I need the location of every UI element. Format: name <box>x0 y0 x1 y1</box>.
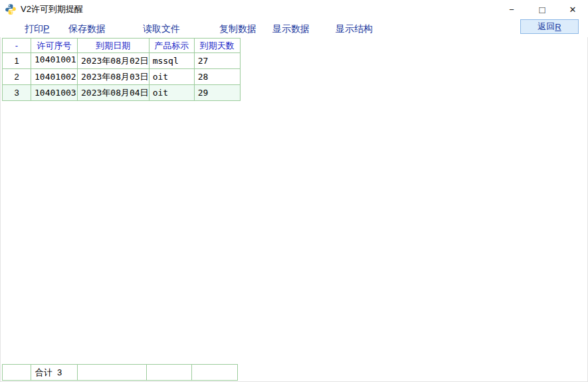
close-button[interactable]: ✕ <box>557 0 588 19</box>
row-number-cell[interactable]: 3 <box>3 85 31 101</box>
header-days[interactable]: 到期天数 <box>194 39 240 53</box>
date-cell[interactable]: 2023年08月02日 <box>78 53 149 69</box>
toolbar-item-print[interactable]: 打印P <box>25 23 49 35</box>
days-cell[interactable]: 28 <box>194 69 240 85</box>
date-cell[interactable]: 2023年08月04日 <box>78 85 149 101</box>
header-corner-cell[interactable]: - <box>3 39 31 53</box>
product-cell[interactable]: oit <box>149 69 194 85</box>
table-row: 1 10401001 2023年08月02日 mssql 27 <box>3 53 241 69</box>
toolbar-item-show-structure[interactable]: 显示结构 <box>336 23 373 35</box>
window-title: V2许可到期提醒 <box>21 0 83 19</box>
date-cell[interactable]: 2023年08月03日 <box>78 69 149 85</box>
row-number-cell[interactable]: 1 <box>3 53 31 69</box>
row-number-cell[interactable]: 2 <box>3 69 31 85</box>
header-license[interactable]: 许可序号 <box>31 39 78 53</box>
total-label: 合计 <box>35 367 52 377</box>
empty-footer-cell <box>147 365 192 381</box>
product-cell[interactable]: mssql <box>149 53 194 69</box>
license-cell[interactable]: 10401003 <box>31 85 78 101</box>
python-logo-icon <box>5 3 17 15</box>
days-cell[interactable]: 29 <box>194 85 240 101</box>
app-window: { "window": { "title": "V2许可到期提醒" }, "co… <box>0 0 588 382</box>
table-row: 2 10401002 2023年08月03日 oit 28 <box>3 69 241 85</box>
total-value: 3 <box>57 367 62 377</box>
return-button[interactable]: 返回R <box>520 19 579 34</box>
toolbar: 打印P 保存数据 读取文件 复制数据 显示数据 显示结构 返回R <box>0 19 588 37</box>
toolbar-item-show-data[interactable]: 显示数据 <box>272 23 310 35</box>
toolbar-item-copy-data[interactable]: 复制数据 <box>219 23 256 35</box>
minimize-button[interactable]: − <box>496 0 527 19</box>
days-cell[interactable]: 27 <box>194 53 240 69</box>
total-row-table: 合计3 <box>2 364 238 381</box>
toolbar-item-print-accel: P <box>43 23 49 34</box>
license-cell[interactable]: 10401002 <box>31 69 78 85</box>
table-header-row: - 许可序号 到期日期 产品标示 到期天数 <box>3 39 241 53</box>
return-button-accel: R <box>555 22 561 32</box>
toolbar-item-save-data[interactable]: 保存数据 <box>68 23 106 35</box>
license-cell[interactable]: 10401001 <box>31 53 78 69</box>
header-product[interactable]: 产品标示 <box>149 39 194 53</box>
title-bar: V2许可到期提醒 − □ ✕ <box>0 0 588 19</box>
header-date[interactable]: 到期日期 <box>78 39 149 53</box>
license-table: - 许可序号 到期日期 产品标示 到期天数 1 10401001 2023年08… <box>2 38 241 101</box>
empty-footer-cell <box>78 365 147 381</box>
empty-footer-cell <box>192 365 238 381</box>
maximize-button[interactable]: □ <box>527 0 557 19</box>
product-cell[interactable]: oit <box>149 85 194 101</box>
total-row: 合计3 <box>3 365 238 381</box>
window-controls: − □ ✕ <box>496 0 588 19</box>
toolbar-item-read-file[interactable]: 读取文件 <box>143 23 180 35</box>
toolbar-item-print-label: 打印 <box>25 23 43 34</box>
footer-corner-cell <box>3 365 31 381</box>
table-row: 3 10401003 2023年08月04日 oit 29 <box>3 85 241 101</box>
return-button-label: 返回 <box>538 21 555 33</box>
total-cell: 合计3 <box>31 365 78 381</box>
